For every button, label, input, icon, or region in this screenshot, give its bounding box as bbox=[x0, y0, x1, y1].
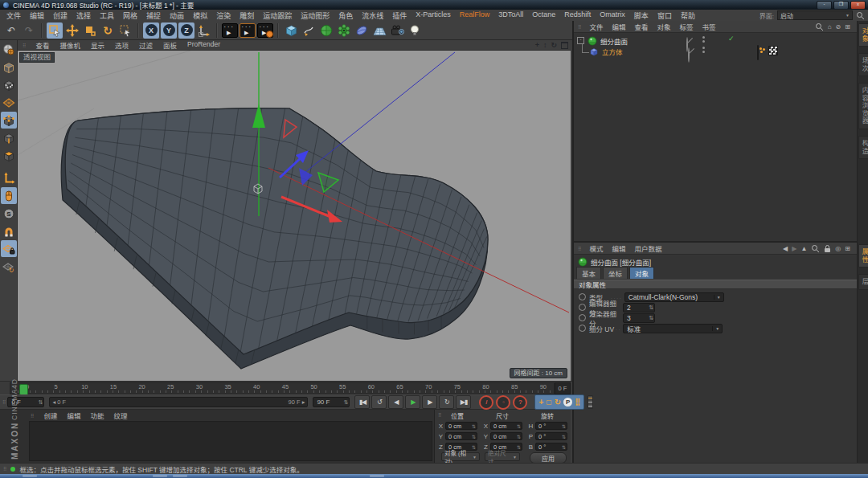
key-parameter-icon[interactable]: P bbox=[563, 398, 572, 407]
menu-item[interactable]: 模拟 bbox=[193, 10, 207, 21]
menu-item[interactable]: X-Particles bbox=[416, 10, 451, 21]
maximize-view-icon[interactable] bbox=[561, 42, 568, 49]
menu-item[interactable]: 帮助 bbox=[681, 10, 695, 21]
menu-item[interactable]: 渲染 bbox=[216, 10, 231, 21]
goto-end-button[interactable]: ▶▮ bbox=[456, 395, 471, 409]
menu-item[interactable]: 文件 bbox=[6, 10, 21, 21]
interface-dropdown[interactable]: 启动▼ bbox=[777, 10, 853, 20]
object-manager-menu-item[interactable]: 编辑 bbox=[612, 22, 625, 31]
key-scale-icon[interactable]: ▢ bbox=[546, 399, 552, 406]
coordinate-system-button[interactable] bbox=[196, 22, 212, 39]
render-to-picture-viewer-button[interactable]: • • •▶ bbox=[240, 22, 256, 39]
search-icon[interactable] bbox=[811, 244, 820, 253]
up-icon[interactable]: ▲ bbox=[800, 246, 807, 252]
object-manager-menu-item[interactable]: 书签 bbox=[702, 22, 715, 31]
menu-item[interactable]: 3DToAll bbox=[498, 10, 523, 21]
material-menu-item[interactable]: 创建 bbox=[43, 411, 57, 420]
spinner-arrows-icon[interactable]: ⇅ bbox=[649, 315, 654, 321]
viewport-menu-item[interactable]: 摄像机 bbox=[59, 40, 80, 50]
phong-tag-icon[interactable] bbox=[757, 45, 759, 60]
enable-axis-button[interactable] bbox=[1, 170, 17, 186]
object-manager-menu-item[interactable]: 查看 bbox=[634, 22, 648, 31]
object-manager-menu-item[interactable]: 对象 bbox=[657, 22, 670, 31]
attribute-menu-item[interactable]: 编辑 bbox=[612, 243, 625, 253]
add-panel-icon[interactable]: ⊞ bbox=[845, 24, 850, 31]
menu-item[interactable]: 窗口 bbox=[657, 10, 672, 21]
menu-item[interactable]: 流水线 bbox=[362, 10, 383, 21]
material-list-area[interactable] bbox=[29, 421, 432, 461]
size-y-field[interactable]: 0 cm⇅ bbox=[490, 432, 522, 440]
viewport[interactable]: ⠿ 查看摄像机显示选项过滤面板ProRender + ↕ ↻ bbox=[18, 40, 571, 381]
workplane-lock-button[interactable] bbox=[1, 240, 17, 257]
side-tab[interactable]: 场次 bbox=[858, 53, 868, 76]
panel-handle-icon[interactable]: ⠿ bbox=[578, 246, 580, 251]
menu-item[interactable]: 脚本 bbox=[634, 10, 649, 21]
menu-item[interactable]: Octane bbox=[532, 10, 555, 21]
object-name[interactable]: 立方体 bbox=[602, 47, 623, 56]
spinner-arrows-icon[interactable]: ⇅ bbox=[344, 399, 350, 406]
rotation-b-field[interactable]: 0 °⇅ bbox=[535, 443, 567, 451]
live-selection-button[interactable] bbox=[47, 22, 63, 39]
enabled-check-icon[interactable]: ✓ bbox=[728, 35, 735, 43]
viewport-solo-button[interactable] bbox=[1, 187, 17, 204]
menu-item[interactable]: 角色 bbox=[338, 10, 353, 21]
size-mode-dropdown[interactable]: 绝对尺寸▼ bbox=[485, 452, 520, 461]
record-keyframe-button[interactable]: / bbox=[479, 395, 493, 410]
side-tab[interactable]: 对象 bbox=[858, 23, 868, 47]
viewport-menu-item[interactable]: ProRender bbox=[187, 40, 220, 50]
lock-x-axis-button[interactable]: X bbox=[143, 22, 159, 39]
side-tab[interactable]: 层 bbox=[858, 274, 868, 290]
attribute-menu-item[interactable]: 模式 bbox=[589, 243, 603, 253]
size-x-field[interactable]: 0 cm⇅ bbox=[490, 422, 522, 430]
menu-item[interactable]: 插件 bbox=[392, 10, 407, 21]
scale-tool-button[interactable] bbox=[82, 22, 98, 39]
render-subdivision-field[interactable]: 3⇅ bbox=[623, 313, 655, 323]
material-menu-item[interactable]: 编辑 bbox=[67, 411, 80, 420]
tab-object[interactable]: 对象 bbox=[629, 267, 654, 279]
add-spline-button[interactable] bbox=[301, 22, 317, 39]
object-row-cube[interactable]: 立方体 bbox=[582, 46, 623, 56]
visibility-dots-icon[interactable] bbox=[702, 36, 705, 43]
panel-handle-icon[interactable]: ⠿ bbox=[31, 413, 34, 419]
edges-mode-button[interactable] bbox=[1, 129, 17, 146]
loop-button[interactable]: ↻ bbox=[439, 395, 454, 409]
tab-basic[interactable]: 基本 bbox=[576, 267, 601, 279]
viewport-menu-item[interactable]: 显示 bbox=[91, 40, 104, 50]
add-camera-button[interactable] bbox=[389, 22, 405, 39]
add-primitive-button[interactable] bbox=[283, 22, 299, 39]
keyframe-record-icon[interactable] bbox=[579, 314, 586, 321]
previous-frame-button[interactable]: ◀ bbox=[388, 395, 403, 409]
rotate-view-icon[interactable]: ↻ bbox=[551, 42, 557, 49]
viewport-menu-item[interactable]: 选项 bbox=[115, 40, 129, 50]
taskbar-item[interactable] bbox=[153, 475, 167, 477]
add-panel-icon[interactable]: ⊞ bbox=[845, 246, 850, 252]
add-floor-button[interactable] bbox=[371, 22, 387, 39]
position-y-field[interactable]: 0 cm⇅ bbox=[445, 432, 477, 440]
points-mode-button[interactable] bbox=[1, 112, 17, 129]
render-settings-button[interactable]: • • •▶ bbox=[257, 22, 273, 39]
viewport-menu-item[interactable]: 查看 bbox=[35, 40, 49, 50]
menu-item[interactable]: 网格 bbox=[123, 10, 137, 21]
panel-handle-icon[interactable]: ⠿ bbox=[578, 24, 580, 30]
zoom-view-icon[interactable]: ↕ bbox=[543, 42, 547, 49]
object-manager-menu-item[interactable]: 文件 bbox=[589, 22, 603, 31]
keyframe-record-icon[interactable] bbox=[579, 293, 586, 300]
key-pla-icon[interactable]: ⣿ bbox=[575, 398, 580, 406]
panel-handle-icon[interactable]: ⠿ bbox=[438, 412, 441, 418]
type-dropdown[interactable]: Catmull-Clark(N-Gons)▼ bbox=[624, 292, 724, 302]
material-menu-item[interactable]: 纹理 bbox=[113, 411, 127, 420]
menu-item[interactable]: Redshift bbox=[564, 10, 591, 21]
side-tab[interactable]: 内容浏览器 bbox=[858, 83, 868, 129]
menu-item[interactable]: 选择 bbox=[76, 10, 91, 21]
add-generator-button[interactable] bbox=[336, 22, 352, 39]
snap-settings-button[interactable]: S bbox=[1, 205, 17, 222]
keyframe-options-button[interactable]: ? bbox=[513, 395, 527, 410]
play-reverse-button[interactable]: ↺ bbox=[371, 395, 387, 409]
magnet-snap-button[interactable] bbox=[1, 223, 17, 239]
next-frame-button[interactable]: ▶ bbox=[422, 395, 437, 409]
panel-handle-icon[interactable]: ⠿ bbox=[23, 43, 25, 48]
viewport-menu-item[interactable]: 面板 bbox=[163, 40, 177, 50]
back-icon[interactable]: ◀ bbox=[783, 246, 788, 252]
object-manager-menu-item[interactable]: 标签 bbox=[679, 22, 693, 31]
rotation-h-field[interactable]: 0 °⇅ bbox=[535, 422, 567, 430]
